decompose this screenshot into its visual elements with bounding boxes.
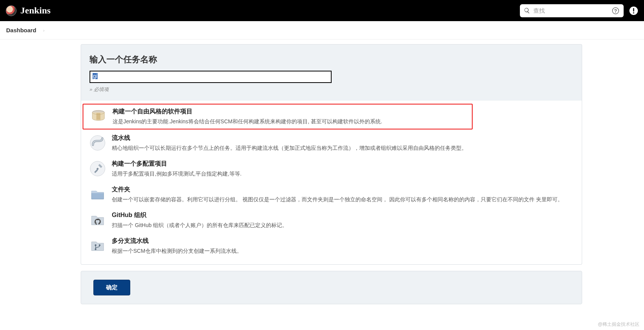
type-title: 构建一个自由风格的软件项目 — [113, 108, 465, 116]
type-pipeline[interactable]: 流水线 精心地组织一个可以长期运行在多个节点上的任务。适用于构建流水线（更加正式… — [81, 130, 582, 156]
type-title: 流水线 — [112, 134, 573, 142]
type-desc: 这是Jenkins的主要功能.Jenkins将会结合任何SCM和任何构建系统来构… — [113, 118, 465, 126]
type-desc: 扫描一个 GitHub 组织（或者个人账户）的所有仓库来匹配已定义的标记。 — [112, 221, 573, 229]
type-multiconfig[interactable]: 构建一个多配置项目 适用于多配置项目,例如多环境测试,平台指定构建,等等. — [81, 156, 582, 182]
breadcrumb-dashboard[interactable]: Dashboard — [6, 27, 36, 33]
type-github-org[interactable]: GitHub 组织 扫描一个 GitHub 组织（或者个人账户）的所有仓库来匹配… — [81, 207, 582, 233]
main-panel: 输入一个任务名称 gi » 必填项 构建一个自由风格的软件项目 这是Jenkin… — [81, 44, 582, 304]
type-title: 文件夹 — [112, 186, 573, 194]
type-desc: 根据一个SCM仓库中检测到的分支创建一系列流水线。 — [112, 247, 573, 255]
header-brand[interactable]: Jenkins — [6, 5, 51, 16]
breadcrumb: Dashboard › — [0, 21, 644, 40]
jenkins-logo-icon — [6, 5, 17, 16]
type-desc: 适用于多配置项目,例如多环境测试,平台指定构建,等等. — [112, 170, 573, 178]
branch-icon — [90, 238, 106, 254]
ok-button[interactable]: 确定 — [93, 280, 130, 295]
chevron-right-icon: › — [43, 28, 45, 33]
type-desc: 创建一个可以嵌套存储的容器。利用它可以进行分组。 视图仅仅是一个过滤器，而文件夹… — [112, 196, 573, 204]
help-icon[interactable]: ? — [611, 7, 620, 15]
pipeline-icon — [90, 135, 106, 151]
name-section: 输入一个任务名称 gi » 必填项 — [81, 44, 582, 101]
search-box[interactable]: ? — [520, 4, 624, 17]
svg-text:?: ? — [614, 8, 617, 13]
type-title: 多分支流水线 — [112, 237, 573, 245]
bottom-bar: 确定 — [81, 271, 582, 304]
type-multibranch[interactable]: 多分支流水线 根据一个SCM仓库中检测到的分支创建一系列流水线。 — [81, 233, 582, 259]
section-heading: 输入一个任务名称 — [90, 54, 573, 65]
item-name-input[interactable] — [90, 71, 332, 83]
type-folder[interactable]: 文件夹 创建一个可以嵌套存储的容器。利用它可以进行分组。 视图仅仅是一个过滤器，… — [81, 182, 582, 207]
search-icon — [524, 7, 530, 14]
svg-point-10 — [99, 244, 100, 246]
svg-point-11 — [95, 249, 96, 250]
svg-point-9 — [95, 244, 96, 246]
type-title: GitHub 组织 — [112, 211, 573, 219]
required-note: » 必填项 — [90, 86, 573, 93]
type-freestyle[interactable]: 构建一个自由风格的软件项目 这是Jenkins的主要功能.Jenkins将会结合… — [83, 104, 473, 129]
alert-icon[interactable] — [629, 6, 638, 15]
item-types-list: 构建一个自由风格的软件项目 这是Jenkins的主要功能.Jenkins将会结合… — [81, 101, 582, 265]
svg-point-4 — [633, 12, 634, 13]
header-right: ? — [520, 4, 638, 17]
type-desc: 精心地组织一个可以长期运行在多个节点上的任务。适用于构建流水线（更加正式地应当称… — [112, 144, 573, 152]
app-title: Jenkins — [20, 5, 51, 16]
folder-icon — [90, 186, 106, 202]
svg-rect-3 — [633, 8, 634, 12]
tools-icon — [90, 161, 106, 177]
search-input[interactable] — [533, 7, 611, 14]
github-icon — [90, 212, 106, 228]
top-header: Jenkins ? — [0, 0, 644, 21]
type-title: 构建一个多配置项目 — [112, 160, 573, 168]
box-icon — [90, 108, 106, 124]
